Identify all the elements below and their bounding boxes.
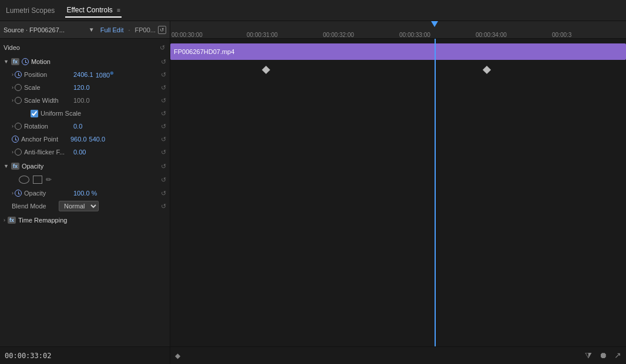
ruler-tick-2: 00:00:32:00 bbox=[323, 32, 354, 38]
rotation-icon[interactable] bbox=[15, 123, 22, 130]
opacity-fx-badge: fx bbox=[11, 163, 19, 170]
position-clock[interactable] bbox=[15, 71, 22, 78]
antiflicker-value[interactable]: 0.00 bbox=[73, 149, 86, 156]
time-remap-chevron[interactable]: › bbox=[4, 217, 5, 223]
status-bar: 00:00:33:02 bbox=[0, 346, 170, 364]
scale-width-chevron[interactable]: › bbox=[12, 97, 14, 103]
antiflicker-row: › Anti-flicker F... 0.00 ↺ bbox=[0, 146, 170, 159]
source-label: Source · FP006267... bbox=[4, 26, 86, 33]
shape-reset[interactable]: ↺ bbox=[161, 176, 166, 184]
tab-menu-icon[interactable]: ≡ bbox=[117, 7, 120, 14]
antiflicker-icon[interactable] bbox=[15, 149, 22, 156]
uniform-scale-checkbox[interactable] bbox=[31, 110, 38, 117]
ruler-tick-0: 00:00:30:00 bbox=[171, 32, 203, 38]
opacity-chevron[interactable]: ▼ bbox=[4, 163, 9, 169]
time-remap-fx-badge: fx bbox=[8, 217, 16, 224]
motion-fx-badge: fx bbox=[11, 58, 19, 65]
right-panel: 00:00:30:00 00:00:31:00 00:00:32:00 00:0… bbox=[170, 21, 626, 364]
pen-mask-button[interactable]: ✏ bbox=[46, 176, 52, 184]
keyframe-marker-2[interactable] bbox=[483, 66, 491, 74]
opacity-reset[interactable]: ↺ bbox=[161, 163, 166, 170]
opacity-shape-row: ✏ ↺ bbox=[0, 173, 170, 187]
filter-icon[interactable]: ⧩ bbox=[585, 350, 592, 360]
position-chevron[interactable]: › bbox=[12, 72, 14, 77]
scale-row: › Scale 120.0 ↺ bbox=[0, 81, 170, 94]
fp-label: FP00... bbox=[135, 26, 156, 33]
time-remapping-effect: › fx Time Remapping bbox=[0, 214, 170, 227]
main-layout: Source · FP006267... ▼ Full Edit · FP00.… bbox=[0, 21, 626, 364]
timeline-start-marker: ◆ bbox=[175, 352, 180, 360]
motion-chevron[interactable]: ▼ bbox=[4, 59, 9, 65]
scale-width-row: › Scale Width 100.0 ↺ bbox=[0, 94, 170, 107]
scale-chevron[interactable]: › bbox=[12, 85, 14, 90]
rotation-reset[interactable]: ↺ bbox=[161, 123, 166, 130]
left-panel: Source · FP006267... ▼ Full Edit · FP00.… bbox=[0, 21, 170, 364]
scale-width-label: Scale Width bbox=[24, 97, 71, 104]
reset-all-button[interactable]: ↺ bbox=[158, 26, 166, 34]
scale-value[interactable]: 120.0 bbox=[73, 84, 90, 91]
timeline-bottom: ◆ ⧩ ⏺ ↗ bbox=[170, 346, 626, 364]
rotation-value[interactable]: 0.0 bbox=[73, 123, 82, 130]
ruler-tick-4: 00:00:34:00 bbox=[476, 32, 507, 38]
opacity-param-value[interactable]: 100.0 % bbox=[73, 190, 97, 197]
rotation-chevron[interactable]: › bbox=[12, 123, 14, 129]
playhead-line bbox=[435, 39, 436, 346]
blend-mode-select[interactable]: Normal Multiply Screen bbox=[59, 201, 99, 211]
timeline-content[interactable]: FP006267HD07.mp4 bbox=[170, 39, 626, 346]
ruler-tick-1: 00:00:31:00 bbox=[247, 32, 278, 38]
timeline-right-icons: ⧩ ⏺ ↗ bbox=[585, 350, 621, 360]
scale-icon[interactable] bbox=[15, 84, 22, 91]
rect-mask-button[interactable] bbox=[33, 176, 42, 184]
motion-clock-icon[interactable] bbox=[22, 58, 29, 65]
uniform-scale-reset[interactable]: ↺ bbox=[161, 110, 166, 117]
ellipse-mask-button[interactable] bbox=[19, 176, 29, 184]
antiflicker-chevron[interactable]: › bbox=[12, 149, 14, 155]
opacity-param-reset[interactable]: ↺ bbox=[161, 190, 166, 197]
antiflicker-reset[interactable]: ↺ bbox=[161, 149, 166, 156]
position-reset[interactable]: ↺ bbox=[161, 71, 166, 79]
anchor-value-y[interactable]: 540.0 bbox=[89, 136, 106, 143]
blend-mode-label: Blend Mode bbox=[12, 203, 59, 210]
tab-bar: Lumetri Scopes Effect Controls ≡ bbox=[0, 0, 626, 21]
anchor-clock[interactable] bbox=[12, 136, 19, 143]
opacity-clock[interactable] bbox=[15, 190, 22, 197]
video-section-header: Video ↺ bbox=[0, 41, 170, 54]
scale-width-reset[interactable]: ↺ bbox=[161, 97, 166, 105]
timeline-ruler: 00:00:30:00 00:00:31:00 00:00:32:00 00:0… bbox=[170, 21, 626, 39]
blend-mode-row: Blend Mode Normal Multiply Screen ↺ bbox=[0, 200, 170, 213]
tab-lumetri-scopes[interactable]: Lumetri Scopes bbox=[5, 4, 56, 17]
tab-effect-controls[interactable]: Effect Controls ≡ bbox=[65, 4, 122, 18]
position-value-x[interactable]: 2406.1 bbox=[73, 71, 93, 78]
anchor-value-x[interactable]: 960.0 bbox=[70, 136, 87, 143]
playhead-triangle[interactable] bbox=[431, 21, 438, 27]
opacity-param-chevron[interactable]: › bbox=[12, 190, 14, 196]
position-value-y[interactable]: 1080⊕ bbox=[96, 70, 114, 79]
opacity-effect-name: Opacity bbox=[22, 163, 43, 170]
clip-label: FP006267HD07.mp4 bbox=[174, 48, 234, 55]
keyframe-marker-1[interactable] bbox=[262, 66, 270, 74]
source-dropdown[interactable]: ▼ bbox=[89, 26, 95, 33]
blend-mode-reset[interactable]: ↺ bbox=[161, 203, 166, 210]
export-icon[interactable]: ↗ bbox=[614, 350, 621, 360]
video-reset-icon[interactable]: ↺ bbox=[158, 43, 166, 52]
navigate-icon[interactable]: ⏺ bbox=[599, 350, 607, 360]
ruler-tick-3: 00:00:33:00 bbox=[399, 32, 430, 38]
motion-reset[interactable]: ↺ bbox=[161, 58, 166, 66]
uniform-scale-label: Uniform Scale bbox=[41, 110, 81, 117]
motion-effect: ▼ fx Motion ↺ › Position 2406.1 1080⊕ bbox=[0, 55, 170, 159]
anchor-reset[interactable]: ↺ bbox=[161, 136, 166, 143]
scale-width-value[interactable]: 100.0 bbox=[73, 97, 90, 104]
opacity-effect: ▼ fx Opacity ↺ ✏ ↺ bbox=[0, 160, 170, 213]
motion-effect-name: Motion bbox=[31, 58, 51, 65]
full-edit-label[interactable]: Full Edit bbox=[100, 26, 124, 33]
position-label: Position bbox=[24, 71, 71, 78]
uniform-scale-row: Uniform Scale ↺ bbox=[0, 107, 170, 120]
position-row: › Position 2406.1 1080⊕ ↺ bbox=[0, 68, 170, 81]
scale-width-icon[interactable] bbox=[15, 97, 22, 104]
source-row: Source · FP006267... ▼ Full Edit · FP00.… bbox=[0, 21, 170, 39]
timecode-display: 00:00:33:02 bbox=[5, 352, 51, 360]
time-remapping-header: › fx Time Remapping bbox=[0, 214, 170, 227]
ruler-tick-5: 00:00:3 bbox=[552, 32, 571, 38]
scale-reset[interactable]: ↺ bbox=[161, 84, 166, 92]
video-clip[interactable]: FP006267HD07.mp4 bbox=[170, 43, 626, 60]
